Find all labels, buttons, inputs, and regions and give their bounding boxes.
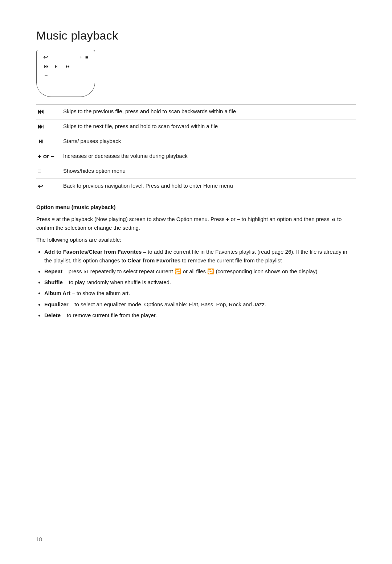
control-icon: + or – — [36, 149, 62, 164]
list-item: Add to Favorites/Clear from Favorites – … — [44, 248, 356, 265]
options-available-label: The following options are available: — [36, 236, 356, 244]
table-row: + or –Increases or decreases the volume … — [36, 149, 356, 164]
next-button-diagram: ⏭ — [66, 64, 70, 69]
control-description: Back to previous navigation level. Press… — [62, 179, 356, 194]
prev-button-diagram: ⏮ — [44, 64, 48, 69]
control-description: Increases or decreases the volume during… — [62, 149, 356, 164]
table-row: ⏭Skips to the next file, press and hold … — [36, 119, 356, 134]
list-item: Delete – to remove current file from the… — [44, 311, 356, 319]
page-title: Music playback — [36, 29, 356, 42]
plus-button-diagram: + — [79, 54, 82, 60]
table-row: ≡Shows/hides option menu — [36, 164, 356, 179]
list-item: Repeat – press ⏯ repeatedly to select re… — [44, 267, 356, 275]
control-description: Starts/ pauses playback — [62, 134, 356, 149]
control-description: Skips to the next file, press and hold t… — [62, 119, 356, 134]
control-description: Shows/hides option menu — [62, 164, 356, 179]
list-item: Equalizer – to select an equalizer mode.… — [44, 300, 356, 308]
list-item: Album Art – to show the album art. — [44, 289, 356, 297]
table-row: ↩Back to previous navigation level. Pres… — [36, 179, 356, 194]
device-curve — [36, 82, 95, 97]
play-button-diagram: ⏯ — [54, 64, 59, 69]
play-icon-inline: ⏯ — [331, 217, 336, 222]
table-row: ⏯Starts/ pauses playback — [36, 134, 356, 149]
back-button-diagram: ↩ — [43, 54, 48, 61]
control-description: Skips to the previous file, press and ho… — [62, 105, 356, 119]
menu-icon-inline: ≡ — [52, 216, 55, 222]
control-icon: ⏭ — [36, 119, 62, 134]
option-menu-title: Option menu (music playback) — [36, 203, 356, 211]
list-item: Shuffle – to play randomly when shuffle … — [44, 278, 356, 286]
menu-button-diagram: ≡ — [85, 54, 88, 60]
option-menu-intro: Press ≡ at the playback (Now playing) sc… — [36, 215, 356, 232]
options-list: Add to Favorites/Clear from Favorites – … — [36, 248, 356, 319]
controls-table: ⏮Skips to the previous file, press and h… — [36, 104, 356, 194]
device-diagram: ↩ + ≡ ⏮ ⏯ ⏭ – — [36, 50, 95, 97]
table-row: ⏮Skips to the previous file, press and h… — [36, 105, 356, 119]
control-icon: ≡ — [36, 164, 62, 179]
minus-button-diagram: – — [45, 72, 48, 78]
control-icon: ⏮ — [36, 105, 62, 119]
option-menu-section: Option menu (music playback) Press ≡ at … — [36, 203, 356, 319]
control-icon: ⏯ — [36, 134, 62, 149]
page-number: 18 — [36, 536, 42, 542]
control-icon: ↩ — [36, 179, 62, 194]
